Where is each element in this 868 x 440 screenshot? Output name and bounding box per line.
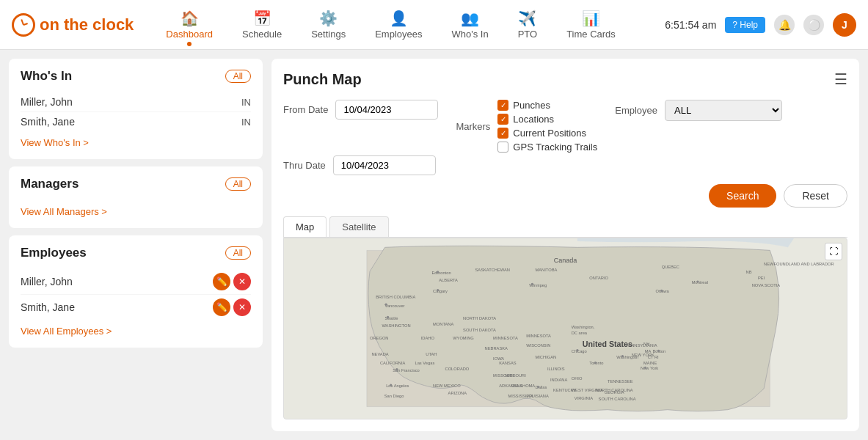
nav-label-employees: Employees xyxy=(375,29,422,40)
svg-text:MAINE: MAINE xyxy=(643,361,657,365)
whos-in-all-badge[interactable]: All xyxy=(225,70,251,83)
punches-checkbox[interactable]: ✓ xyxy=(497,100,508,111)
svg-text:MANITOBA: MANITOBA xyxy=(536,268,558,272)
nav-item-pto[interactable]: ✈️ PTO xyxy=(503,4,552,45)
view-whos-in-link[interactable]: View Who's In > xyxy=(21,137,89,148)
bell-icon: 🔔 xyxy=(778,19,791,31)
svg-text:WISCONSIN: WISCONSIN xyxy=(526,343,550,348)
thru-date-label: Thru Date xyxy=(283,160,326,171)
edit-employee-1-button[interactable]: ✏️ xyxy=(213,273,230,290)
notification-icon-button[interactable]: ⚪ xyxy=(803,15,824,35)
nav-right-area: 6:51:54 am ? Help 🔔 ⚪ J xyxy=(665,13,856,37)
svg-text:Chicago: Chicago xyxy=(572,349,587,353)
svg-text:New York: New York xyxy=(641,366,658,370)
svg-text:Calgary: Calgary xyxy=(433,289,448,293)
map-tabs: Map Satellite xyxy=(283,216,847,238)
current-time: 6:51:54 am xyxy=(665,19,716,31)
svg-text:Seattle: Seattle xyxy=(385,316,398,320)
marker-current-positions-row: ✓ Current Positions xyxy=(497,128,597,139)
notification-icon: ⚪ xyxy=(808,19,820,31)
svg-text:QUEBEC: QUEBEC xyxy=(662,265,679,269)
tab-map[interactable]: Map xyxy=(283,216,327,237)
managers-header: Managers All xyxy=(21,177,251,191)
logo-clock-icon xyxy=(12,13,35,37)
delete-employee-1-button[interactable]: ✕ xyxy=(233,273,251,290)
svg-text:SOUTH CAROLINA: SOUTH CAROLINA xyxy=(599,397,636,401)
view-all-managers-link[interactable]: View All Managers > xyxy=(21,206,107,217)
help-button[interactable]: ? Help xyxy=(725,17,765,33)
nav-items-list: 🏠 Dashboard 📅 Schedule ⚙️ Settings 👤 Emp… xyxy=(151,4,665,45)
settings-icon: ⚙️ xyxy=(319,10,338,27)
svg-point-6 xyxy=(385,304,387,306)
svg-text:LOUISIANA: LOUISIANA xyxy=(526,394,549,398)
svg-point-80 xyxy=(644,367,646,369)
delete-employee-2-button[interactable]: ✕ xyxy=(233,298,251,316)
svg-text:CALIFORNIA: CALIFORNIA xyxy=(380,361,406,365)
reset-button[interactable]: Reset xyxy=(784,184,847,208)
edit-employee-2-button[interactable]: ✏️ xyxy=(213,298,230,316)
right-panel: Punch Map ☰ From Date Markers ✓ Punches … xyxy=(271,59,859,431)
nav-item-time-cards[interactable]: 📊 Time Cards xyxy=(552,4,630,45)
map-expand-button[interactable]: ⛶ xyxy=(825,243,842,260)
expand-icon: ⛶ xyxy=(829,246,838,257)
svg-text:MISSOURI: MISSOURI xyxy=(506,373,527,378)
logo[interactable]: on the clock xyxy=(12,13,134,37)
from-date-input[interactable] xyxy=(335,100,438,120)
svg-text:MONTANA: MONTANA xyxy=(433,322,453,326)
svg-text:UTAH: UTAH xyxy=(426,352,437,356)
svg-text:DC area: DC area xyxy=(572,331,588,335)
svg-text:WASHINGTON: WASHINGTON xyxy=(382,323,410,328)
gps-trails-checkbox[interactable] xyxy=(497,142,508,153)
markers-group-container: Markers ✓ Punches ✓ Locations ✓ Current … xyxy=(456,100,597,153)
view-all-employees-link[interactable]: View All Employees > xyxy=(21,326,112,337)
nav-item-employees[interactable]: 👤 Employees xyxy=(360,4,437,45)
thru-date-group: Thru Date xyxy=(283,155,436,175)
svg-text:NEWFOUNDLAND AND LABRADOR: NEWFOUNDLAND AND LABRADOR xyxy=(764,262,834,266)
nav-label-dashboard: Dashboard xyxy=(166,29,213,40)
employee-row-2: Smith, Jane ✏️ ✕ xyxy=(21,295,251,320)
marker-locations-row: ✓ Locations xyxy=(497,114,597,125)
search-reset-row: Search Reset xyxy=(283,184,847,208)
svg-text:ALBERTA: ALBERTA xyxy=(439,278,458,282)
current-positions-checkbox[interactable]: ✓ xyxy=(497,128,508,139)
avatar[interactable]: J xyxy=(833,13,856,37)
svg-text:KANSAS: KANSAS xyxy=(499,361,516,365)
managers-all-badge[interactable]: All xyxy=(225,177,251,191)
svg-text:San Diego: San Diego xyxy=(384,394,404,398)
svg-text:OHIO: OHIO xyxy=(572,376,583,381)
svg-point-15 xyxy=(531,283,533,285)
thru-date-input[interactable] xyxy=(333,155,436,175)
employee-filter-label: Employee xyxy=(615,105,657,116)
svg-text:Vancouver: Vancouver xyxy=(385,304,405,308)
pto-icon: ✈️ xyxy=(518,10,536,27)
employees-title: Employees xyxy=(21,246,87,260)
employee-select[interactable]: ALL xyxy=(665,100,782,121)
svg-text:IOWA: IOWA xyxy=(493,356,504,361)
whos-in-status-2: IN xyxy=(241,117,251,128)
employees-all-badge[interactable]: All xyxy=(225,246,251,260)
whos-in-header: Who's In All xyxy=(21,69,251,84)
svg-text:NEBRASKA: NEBRASKA xyxy=(485,346,508,351)
svg-text:Los Angeles: Los Angeles xyxy=(386,384,409,388)
employee-name-2: Smith, Jane xyxy=(21,301,75,313)
tab-satellite[interactable]: Satellite xyxy=(329,216,388,237)
svg-text:GEORGIA: GEORGIA xyxy=(605,390,624,395)
nav-item-dashboard[interactable]: 🏠 Dashboard xyxy=(151,4,227,45)
whos-in-employee-row: Miller, John IN xyxy=(21,92,251,112)
clock-hand-hour xyxy=(23,23,28,26)
svg-point-89 xyxy=(621,355,624,357)
from-date-group: From Date xyxy=(283,100,438,120)
search-button[interactable]: Search xyxy=(709,184,776,208)
menu-icon[interactable]: ☰ xyxy=(834,70,847,88)
employee-actions-2: ✏️ ✕ xyxy=(213,298,251,316)
nav-item-schedule[interactable]: 📅 Schedule xyxy=(227,4,296,45)
svg-text:Montreal: Montreal xyxy=(692,280,708,285)
svg-text:VIRGINIA: VIRGINIA xyxy=(575,396,593,400)
locations-checkbox[interactable]: ✓ xyxy=(497,114,508,125)
bell-icon-button[interactable]: 🔔 xyxy=(774,15,795,35)
svg-point-61 xyxy=(576,349,578,351)
nav-item-whos-in[interactable]: 👥 Who's In xyxy=(437,4,503,45)
svg-point-19 xyxy=(660,290,663,292)
svg-text:Canada: Canada xyxy=(554,257,577,264)
nav-item-settings[interactable]: ⚙️ Settings xyxy=(296,4,360,45)
